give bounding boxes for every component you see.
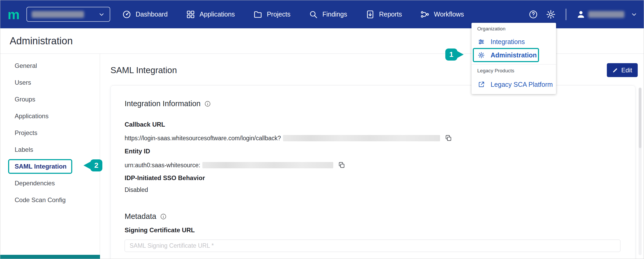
nav-label: Findings bbox=[322, 10, 347, 18]
pencil-icon bbox=[612, 67, 618, 73]
content-heading: SAML Integration bbox=[110, 65, 177, 75]
org-selector-dropdown[interactable] bbox=[26, 7, 110, 22]
sidebar-item-general[interactable]: General bbox=[0, 57, 100, 74]
sidebar-item-label: SAML Integration bbox=[15, 163, 66, 170]
external-link-icon bbox=[478, 81, 485, 88]
workflows-icon bbox=[420, 10, 430, 19]
section-title-text: Integration Information bbox=[125, 99, 201, 108]
idp-sso-label: IDP-Initiated SSO Behavior bbox=[125, 174, 205, 182]
integrations-sliders-icon bbox=[478, 38, 485, 45]
entity-id-label: Entity ID bbox=[125, 148, 150, 155]
settings-dropdown-menu: Organization Integrations Administration… bbox=[471, 23, 556, 94]
nav-label: Dashboard bbox=[136, 10, 168, 18]
reports-icon bbox=[365, 10, 375, 19]
vertical-scrollbar[interactable] bbox=[639, 87, 642, 255]
nav-item-applications[interactable]: Applications bbox=[186, 10, 235, 19]
entity-id-value: urn:auth0:saas-whitesource: bbox=[125, 162, 200, 169]
idp-sso-value: Disabled bbox=[125, 186, 148, 193]
integration-information-section-title: Integration Information bbox=[125, 99, 211, 108]
sidebar-item-users[interactable]: Users bbox=[0, 74, 100, 91]
entity-id-row: urn:auth0:saas-whitesource: bbox=[125, 161, 345, 169]
dashboard-icon bbox=[122, 10, 131, 19]
callback-url-row: https://login-saas.whitesourcesoftware.c… bbox=[125, 134, 452, 142]
nav-label: Workflows bbox=[434, 10, 464, 18]
copy-icon[interactable] bbox=[445, 134, 452, 142]
sidebar-item-labels[interactable]: Labels bbox=[0, 141, 100, 158]
findings-icon bbox=[309, 10, 318, 19]
main-navigation: Dashboard Applications Projects Findings bbox=[122, 0, 464, 28]
user-menu-chevron-icon[interactable] bbox=[631, 11, 637, 18]
menu-group-legacy-products: Legacy Products bbox=[477, 68, 514, 74]
callback-url-redacted bbox=[283, 135, 440, 141]
nav-label: Projects bbox=[267, 10, 290, 18]
menu-item-integrations[interactable]: Integrations bbox=[471, 35, 556, 48]
copy-icon[interactable] bbox=[338, 161, 345, 169]
menu-item-label: Integrations bbox=[491, 38, 525, 46]
edit-button[interactable]: Edit bbox=[607, 63, 638, 77]
user-avatar-icon bbox=[576, 10, 586, 19]
sidebar-item-code-scan-config[interactable]: Code Scan Config bbox=[0, 192, 100, 208]
annotation-badge-1: 1 bbox=[445, 48, 457, 61]
sidebar-item-groups[interactable]: Groups bbox=[0, 91, 100, 108]
navbar-divider bbox=[566, 9, 566, 20]
nav-item-findings[interactable]: Findings bbox=[309, 10, 347, 19]
administration-gear-icon bbox=[478, 52, 485, 59]
nav-item-reports[interactable]: Reports bbox=[365, 10, 402, 19]
sidebar-item-applications[interactable]: Applications bbox=[0, 108, 100, 125]
admin-sidebar: General Users Groups Applications Projec… bbox=[0, 54, 100, 259]
sidebar-item-projects[interactable]: Projects bbox=[0, 125, 100, 141]
menu-item-legacy-sca-platform[interactable]: Legacy SCA Platform bbox=[471, 78, 556, 91]
org-name-redacted bbox=[32, 11, 84, 18]
help-icon[interactable] bbox=[529, 10, 538, 19]
page-title: Administration bbox=[10, 35, 73, 47]
info-icon[interactable] bbox=[204, 100, 211, 107]
nav-item-dashboard[interactable]: Dashboard bbox=[122, 10, 168, 19]
menu-item-label: Administration bbox=[491, 51, 537, 59]
callback-url-label: Callback URL bbox=[125, 121, 165, 128]
annotation-pointer-1 bbox=[457, 51, 464, 58]
nav-label: Applications bbox=[199, 10, 235, 18]
chevron-down-icon bbox=[98, 11, 105, 18]
edit-button-label: Edit bbox=[621, 67, 632, 74]
scrollbar-thumb[interactable] bbox=[639, 88, 641, 148]
applications-icon bbox=[186, 10, 195, 19]
menu-group-organization: Organization bbox=[477, 26, 506, 32]
nav-item-workflows[interactable]: Workflows bbox=[420, 10, 464, 19]
settings-gear-icon[interactable] bbox=[546, 9, 556, 19]
metadata-section-title: Metadata bbox=[125, 212, 167, 221]
menu-item-administration[interactable]: Administration bbox=[471, 48, 556, 62]
signing-certificate-url-label: Signing Certificate URL bbox=[125, 226, 195, 234]
callback-url-value: https://login-saas.whitesourcesoftware.c… bbox=[125, 135, 281, 142]
annotation-badge-2: 2 bbox=[90, 159, 102, 171]
signing-certificate-url-input[interactable] bbox=[125, 240, 620, 252]
info-icon[interactable] bbox=[160, 213, 167, 220]
annotation-pointer-2 bbox=[84, 162, 90, 169]
section-title-text: Metadata bbox=[125, 212, 156, 221]
bottom-left-bar bbox=[0, 255, 100, 259]
menu-divider bbox=[471, 64, 556, 64]
saml-integration-card: Integration Information Callback URL htt… bbox=[110, 85, 635, 259]
app-window: m Dashboard Applications bbox=[0, 0, 644, 259]
projects-icon bbox=[253, 10, 263, 19]
menu-item-label: Legacy SCA Platform bbox=[491, 81, 553, 88]
username-redacted bbox=[588, 11, 624, 18]
entity-id-redacted bbox=[202, 162, 333, 168]
nav-label: Reports bbox=[379, 10, 402, 18]
nav-item-projects[interactable]: Projects bbox=[253, 10, 290, 19]
sidebar-item-dependencies[interactable]: Dependencies bbox=[0, 175, 100, 192]
mend-logo: m bbox=[8, 8, 20, 21]
